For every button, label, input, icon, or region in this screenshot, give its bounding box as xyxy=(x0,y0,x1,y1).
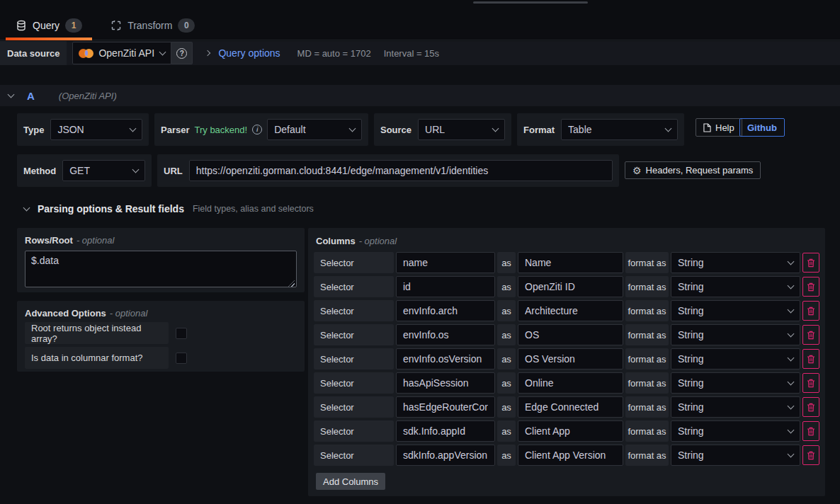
github-button-label: Github xyxy=(747,122,777,133)
as-label: as xyxy=(497,420,516,442)
format-select[interactable]: Table xyxy=(561,119,678,140)
column-format-value: String xyxy=(678,281,704,292)
column-format-select[interactable]: String xyxy=(671,445,800,466)
rows-root-input[interactable]: $.data xyxy=(25,251,297,287)
alias-input[interactable] xyxy=(518,276,623,297)
selector-input[interactable] xyxy=(396,252,495,273)
format-as-label: format as xyxy=(625,300,669,321)
column-format-value: String xyxy=(678,353,704,365)
selector-input[interactable] xyxy=(396,372,495,394)
alias-input[interactable] xyxy=(518,372,623,394)
delete-column-button[interactable] xyxy=(802,445,819,465)
alias-input[interactable] xyxy=(518,252,623,273)
delete-column-button[interactable] xyxy=(802,421,819,441)
root-returns-object-checkbox[interactable] xyxy=(176,328,187,339)
delete-column-button[interactable] xyxy=(802,349,819,369)
columnar-format-checkbox[interactable] xyxy=(176,353,187,364)
tab-query[interactable]: Query 1 xyxy=(6,10,92,40)
parsing-section-toggle[interactable]: Parsing options & Result fields Field ty… xyxy=(24,203,314,214)
method-label: Method xyxy=(23,166,56,176)
selector-input[interactable] xyxy=(396,300,495,321)
column-format-select[interactable]: String xyxy=(671,372,800,394)
format-as-label: format as xyxy=(625,324,669,345)
selector-input[interactable] xyxy=(396,276,495,297)
column-row: Selector as format as String xyxy=(314,252,819,273)
source-select[interactable]: URL xyxy=(418,119,505,140)
parser-select[interactable]: Default xyxy=(267,119,362,140)
delete-column-button[interactable] xyxy=(802,397,819,417)
selector-label: Selector xyxy=(314,252,394,273)
column-row: Selector as format as String xyxy=(314,324,819,345)
selector-input[interactable] xyxy=(396,348,495,370)
column-format-select[interactable]: String xyxy=(671,276,800,297)
column-format-select[interactable]: String xyxy=(671,420,800,442)
transform-count-badge: 0 xyxy=(178,18,195,33)
delete-column-button[interactable] xyxy=(802,301,819,321)
selector-input[interactable] xyxy=(396,420,495,442)
chevron-down-icon xyxy=(788,355,795,362)
delete-column-button[interactable] xyxy=(802,277,819,297)
selector-input[interactable] xyxy=(396,324,495,345)
type-select[interactable]: JSON xyxy=(50,119,142,140)
column-format-value: String xyxy=(678,377,704,389)
help-button-label: Help xyxy=(715,122,734,133)
delete-column-button[interactable] xyxy=(802,253,819,273)
parser-select-value: Default xyxy=(274,124,305,135)
type-field: Type JSON xyxy=(17,113,149,146)
method-select-value: GET xyxy=(69,165,90,176)
alias-input[interactable] xyxy=(518,445,623,466)
alias-input[interactable] xyxy=(518,300,623,321)
rows-root-label: Rows/Root xyxy=(25,235,73,246)
query-options-toggle[interactable]: Query options xyxy=(218,47,280,59)
column-format-select[interactable]: String xyxy=(671,324,800,345)
selector-input[interactable] xyxy=(396,396,495,418)
format-field: Format Table xyxy=(517,113,684,146)
delete-column-button[interactable] xyxy=(802,373,819,393)
alias-input[interactable] xyxy=(518,396,623,418)
column-format-select[interactable]: String xyxy=(671,348,800,370)
url-input[interactable] xyxy=(189,160,613,181)
query-ref-row[interactable]: A (OpenZiti API) xyxy=(0,85,840,106)
openziti-logo-icon xyxy=(79,49,93,58)
format-as-label: format as xyxy=(625,372,669,394)
format-label: Format xyxy=(523,125,555,135)
alias-input[interactable] xyxy=(518,348,623,370)
advanced-option-row: Root returns object instead array? xyxy=(25,322,297,344)
column-format-select[interactable]: String xyxy=(671,396,800,418)
column-format-select[interactable]: String xyxy=(671,252,800,273)
headers-params-button[interactable]: ⚙ Headers, Request params xyxy=(625,161,761,179)
column-format-value: String xyxy=(678,449,704,461)
type-label: Type xyxy=(23,125,44,135)
advanced-options-label: Advanced Options xyxy=(25,308,106,319)
column-format-value: String xyxy=(678,257,704,268)
query-ref-id[interactable]: A xyxy=(27,90,35,102)
selector-input[interactable] xyxy=(396,445,495,466)
advanced-options-optional: - optional xyxy=(110,308,147,319)
datasource-picker[interactable]: OpenZiti API xyxy=(72,42,171,64)
delete-column-button[interactable] xyxy=(802,325,819,345)
tab-transform[interactable]: Transform 0 xyxy=(101,10,205,40)
rows-root-optional: - optional xyxy=(76,235,114,246)
add-columns-button[interactable]: Add Columns xyxy=(316,473,385,490)
pane-drag-handle[interactable] xyxy=(473,1,588,4)
help-button[interactable]: Help xyxy=(696,118,742,137)
parsing-section-title: Parsing options & Result fields xyxy=(38,203,184,214)
format-as-label: format as xyxy=(625,396,669,418)
editor-tabbar: Query 1 Transform 0 xyxy=(6,10,205,40)
datasource-help-button[interactable]: ? xyxy=(171,42,193,64)
add-columns-label: Add Columns xyxy=(323,476,378,487)
method-select[interactable]: GET xyxy=(62,160,145,181)
as-label: as xyxy=(497,300,516,321)
source-label: Source xyxy=(380,125,412,135)
alias-input[interactable] xyxy=(518,324,623,345)
alias-input[interactable] xyxy=(518,420,623,442)
chevron-down-icon xyxy=(788,451,795,458)
parser-try-backend-link[interactable]: Try backend! xyxy=(194,125,247,135)
section-chevron-icon xyxy=(23,205,30,212)
column-format-select[interactable]: String xyxy=(671,300,800,321)
collapse-chevron-icon[interactable] xyxy=(8,91,15,98)
github-button[interactable]: Github xyxy=(739,118,785,137)
datasource-label: Data source xyxy=(0,41,67,65)
chevron-down-icon xyxy=(159,49,166,56)
source-select-value: URL xyxy=(425,124,445,135)
